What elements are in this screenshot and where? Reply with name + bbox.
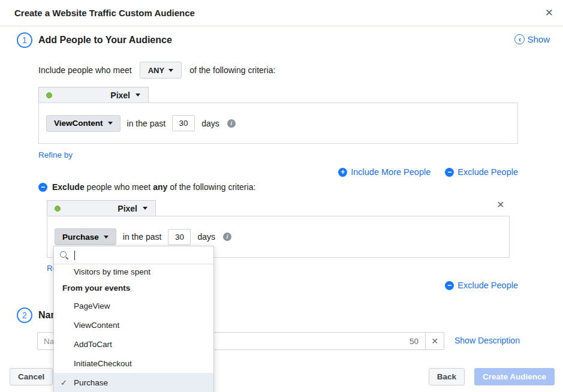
days-label: days xyxy=(201,119,219,128)
remove-exclusion-icon[interactable]: ✕ xyxy=(496,199,504,210)
exclude-any-label: any xyxy=(153,182,167,192)
info-icon[interactable]: i xyxy=(223,233,231,241)
step-1-indicator: 1 xyxy=(17,32,32,48)
days-input[interactable] xyxy=(172,115,195,131)
in-the-past-label: in the past xyxy=(123,232,162,242)
include-prefix-label: Include people who meet xyxy=(38,65,132,75)
event-search-row[interactable] xyxy=(54,246,213,264)
caret-down-icon xyxy=(136,94,140,97)
close-icon[interactable]: ✕ xyxy=(545,7,553,19)
refine-by-link[interactable]: Refine by xyxy=(38,150,73,159)
footer-actions: Back Create Audience xyxy=(429,368,555,385)
show-link[interactable]: ‹ Show xyxy=(514,34,550,44)
exclude-event-select[interactable]: Purchase xyxy=(55,228,116,245)
days-label: days xyxy=(197,232,215,242)
check-icon: ✓ xyxy=(61,378,67,387)
minus-circle-icon: − xyxy=(445,281,454,290)
event-option[interactable]: InitiateCheckout xyxy=(54,354,213,373)
match-type-select[interactable]: ANY xyxy=(140,62,182,79)
minus-circle-icon: − xyxy=(38,183,47,192)
include-suffix-label: of the following criteria: xyxy=(189,65,275,75)
pixel-source-tab[interactable]: Pixel xyxy=(38,87,149,102)
show-link-label: Show xyxy=(527,34,550,44)
caret-down-icon xyxy=(104,236,109,239)
minus-circle-icon: − xyxy=(445,168,454,177)
clear-name-icon[interactable]: ✕ xyxy=(426,333,444,349)
plus-circle-icon: + xyxy=(338,168,347,177)
caret-down-icon xyxy=(108,122,113,125)
event-option[interactable]: PageView xyxy=(54,296,213,315)
exclude-suffix-label: of the following criteria: xyxy=(170,182,255,192)
create-audience-button[interactable]: Create Audience xyxy=(474,368,555,385)
exclude-people-link[interactable]: − Exclude People xyxy=(445,167,518,177)
cancel-button[interactable]: Cancel xyxy=(10,368,53,385)
info-icon[interactable]: i xyxy=(227,119,236,128)
event-option[interactable]: Visitors by time spent xyxy=(54,264,213,279)
event-option[interactable]: ViewContent xyxy=(54,315,213,334)
include-more-people-link[interactable]: + Include More People xyxy=(338,167,430,177)
step-2-indicator: 2 xyxy=(17,307,32,323)
exclude-mid-label: people who meet xyxy=(87,182,151,192)
exclude-bold-label: Exclude xyxy=(52,182,85,192)
exclude-criteria-line: − Exclude people who meet any of the fol… xyxy=(38,182,255,192)
show-description-link[interactable]: Show Description xyxy=(454,336,520,345)
text-cursor xyxy=(74,251,75,260)
event-select[interactable]: ViewContent xyxy=(46,115,121,132)
caret-down-icon xyxy=(143,207,147,210)
event-dropdown-menu: Visitors by time spent From your events … xyxy=(53,246,214,392)
caret-down-icon xyxy=(168,69,173,72)
in-the-past-label: in the past xyxy=(127,119,166,128)
days-input[interactable] xyxy=(168,229,191,245)
step-1-title: Add People to Your Audience xyxy=(38,35,172,46)
include-criteria-box: ViewContent in the past days i xyxy=(38,102,518,144)
char-counter: 50 xyxy=(410,337,425,346)
search-icon xyxy=(60,251,68,260)
create-audience-modal: Create a Website Traffic Custom Audience… xyxy=(0,0,563,392)
modal-header: Create a Website Traffic Custom Audience… xyxy=(0,0,563,26)
event-option[interactable]: AddToCart xyxy=(54,334,213,354)
pixel-source-label: Pixel xyxy=(118,204,137,213)
audience-actions-row: + Include More People − Exclude People xyxy=(0,167,518,177)
exclude-pixel-source-tab[interactable]: Pixel xyxy=(47,200,156,216)
include-criteria-line: Include people who meet ANY of the follo… xyxy=(38,62,275,79)
pixel-source-label: Pixel xyxy=(110,91,130,100)
event-option-selected[interactable]: ✓ Purchase xyxy=(54,373,213,392)
pixel-status-dot-icon xyxy=(46,92,52,98)
exclude-people-link[interactable]: − Exclude People xyxy=(445,281,518,290)
modal-title: Create a Website Traffic Custom Audience xyxy=(14,0,195,26)
pixel-status-dot-icon xyxy=(55,206,61,212)
event-group-header: From your events xyxy=(54,279,213,296)
back-button[interactable]: Back xyxy=(429,368,465,385)
chevron-left-icon: ‹ xyxy=(514,34,525,44)
